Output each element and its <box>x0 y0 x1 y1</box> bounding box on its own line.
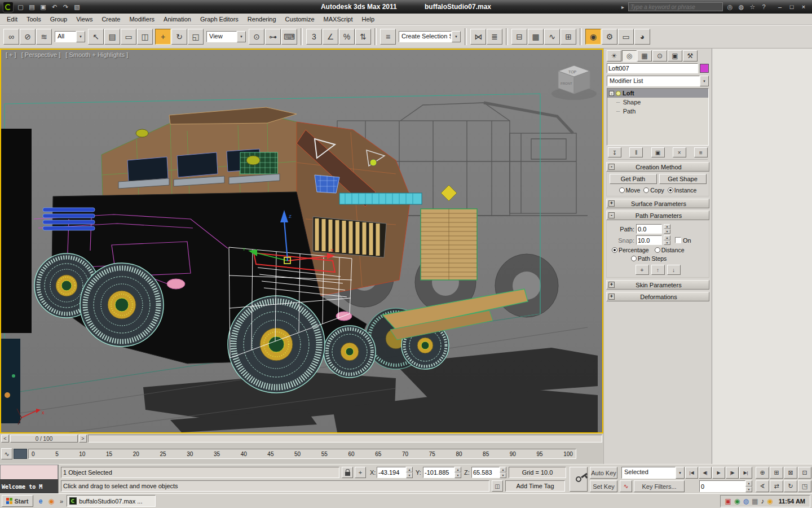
menu-item[interactable]: Group <box>46 15 72 24</box>
tab-motion[interactable]: ⊙ <box>652 50 667 62</box>
scene-wall-object[interactable] <box>1 129 32 333</box>
window-crossing-button[interactable]: ◫ <box>137 29 153 45</box>
next-frame-button[interactable]: |▶ <box>726 467 739 479</box>
menu-item[interactable]: Tools <box>22 15 46 24</box>
tray-icon-orange[interactable]: ◉ <box>767 497 773 505</box>
close-button[interactable]: × <box>798 2 809 12</box>
save-file-icon[interactable]: ▣ <box>38 2 48 12</box>
macro-recorder-pane[interactable] <box>0 465 58 479</box>
selection-lock-toggle[interactable] <box>342 467 353 478</box>
zoom-extents-all-button[interactable]: ⊡ <box>798 467 811 479</box>
play-button[interactable]: ▶ <box>712 467 725 479</box>
previous-frame-button[interactable]: ◀| <box>699 467 712 479</box>
select-object-button[interactable]: ↖ <box>88 29 104 45</box>
x-spinner[interactable] <box>406 467 413 478</box>
menu-item[interactable]: Customize <box>281 15 319 24</box>
percent-snap-button[interactable]: % <box>339 29 355 45</box>
tab-utilities[interactable]: ⚒ <box>683 50 698 62</box>
infocenter-search-icon[interactable]: ◎ <box>725 2 735 12</box>
previous-shape-button[interactable]: ↑ <box>651 265 665 275</box>
rendered-frame-window-button[interactable]: ▭ <box>618 29 634 45</box>
project-folder-icon[interactable]: ▧ <box>72 2 82 12</box>
creation-method-radio[interactable]: Copy <box>643 187 664 194</box>
select-and-scale-button[interactable]: ◱ <box>188 29 204 45</box>
collapse-icon[interactable]: - <box>609 91 614 96</box>
menu-item[interactable]: Graph Editors <box>196 15 243 24</box>
scene-corner-object[interactable] <box>1 339 20 423</box>
select-and-move-button[interactable]: + <box>155 29 171 45</box>
object-color-swatch[interactable] <box>700 64 709 73</box>
menu-item[interactable]: Views <box>72 15 97 24</box>
undo-icon[interactable]: ↶ <box>49 2 60 12</box>
tray-icon-gray[interactable]: ▦ <box>752 497 758 505</box>
dropdown-arrow-icon[interactable] <box>76 31 85 42</box>
maxscript-mini-listener[interactable]: Welcome to M <box>0 465 59 494</box>
make-unique-button[interactable]: ▣ <box>651 147 665 157</box>
snap-on-checkbox[interactable] <box>675 237 681 243</box>
maximize-button[interactable]: □ <box>786 2 797 12</box>
stack-sub-item[interactable]: Path <box>607 107 708 116</box>
auto-key-button[interactable]: Auto Key <box>590 467 617 479</box>
edit-named-selection-sets-button[interactable]: ≡ <box>380 29 396 45</box>
tab-create[interactable]: ☀ <box>607 50 621 62</box>
unlink-selection-button[interactable]: ⊘ <box>20 29 36 45</box>
y-spinner[interactable] <box>454 467 461 478</box>
dropdown-arrow-icon[interactable] <box>700 76 709 86</box>
current-frame-input[interactable] <box>701 483 744 490</box>
search-input[interactable] <box>630 4 721 10</box>
select-and-manipulate-button[interactable]: ⊶ <box>265 29 281 45</box>
absolute-mode-toggle[interactable]: + <box>355 467 366 478</box>
pick-shape-button[interactable]: + <box>636 265 649 275</box>
snap-toggle-3d-button[interactable]: 3 <box>306 29 322 45</box>
path-spinner[interactable] <box>664 224 670 234</box>
tab-hierarchy[interactable]: ▦ <box>637 50 652 62</box>
quick-launch-browser-icon[interactable]: e <box>36 496 46 506</box>
maximize-viewport-button[interactable]: ◳ <box>798 480 811 492</box>
pan-button[interactable]: ⇄ <box>770 480 783 492</box>
time-tag-icon-button[interactable]: ◫ <box>492 480 503 492</box>
wheel[interactable] <box>80 263 164 347</box>
rollout-header-path-parameters[interactable]: - Path Parameters <box>606 211 709 220</box>
start-button[interactable]: Start <box>2 495 33 507</box>
viewport-canvas[interactable]: X Y Z TOP FRONT x <box>1 50 602 432</box>
open-file-icon[interactable]: ▤ <box>27 2 37 12</box>
path-steps-radio[interactable]: Path Steps <box>631 255 667 262</box>
dropdown-arrow-icon[interactable] <box>452 31 461 42</box>
go-to-end-button[interactable]: ▶| <box>739 467 752 479</box>
schematic-view-button[interactable]: ⊞ <box>561 29 576 45</box>
menu-item[interactable]: Rendering <box>243 15 281 24</box>
material-editor-button[interactable]: ◉ <box>585 29 601 45</box>
rollout-header-deformations[interactable]: + Deformations <box>606 292 709 301</box>
snap-value-input[interactable] <box>637 237 661 244</box>
y-coordinate-input[interactable] <box>425 469 453 476</box>
select-and-rotate-button[interactable]: ↻ <box>171 29 187 45</box>
listener-pane[interactable]: Welcome to M <box>0 479 58 494</box>
minimize-button[interactable]: – <box>774 2 785 12</box>
stack-item-loft[interactable]: - Loft <box>607 89 708 98</box>
taskbar-task-button[interactable]: buffaloStudio07.max ... <box>67 495 156 507</box>
set-keys-button[interactable] <box>570 467 588 492</box>
select-by-name-button[interactable]: ▤ <box>104 29 120 45</box>
curve-editor-button[interactable]: ∿ <box>544 29 560 45</box>
modifier-on-off-bulb-icon[interactable] <box>616 91 621 96</box>
rectangular-selection-region-button[interactable]: ▭ <box>121 29 136 45</box>
stack-sub-item[interactable]: Shape <box>607 98 708 107</box>
path-value-input[interactable] <box>637 226 661 233</box>
tray-icon-blue[interactable]: ◍ <box>743 497 748 505</box>
current-frame-field[interactable] <box>699 480 745 492</box>
bind-to-space-warp-button[interactable]: ≋ <box>36 29 52 45</box>
creation-method-radio[interactable]: Move <box>619 187 641 194</box>
zoom-all-button[interactable]: ⊞ <box>770 467 783 479</box>
tab-display[interactable]: ▣ <box>668 50 682 62</box>
rollout-header-surface-parameters[interactable]: + Surface Parameters <box>606 199 709 208</box>
field-of-view-button[interactable]: ∢ <box>756 480 769 492</box>
quick-launch-media-icon[interactable]: ◉ <box>46 496 56 506</box>
modifier-stack-list[interactable]: - Loft ShapePath <box>607 88 709 146</box>
quick-launch-overflow[interactable]: » <box>59 498 64 505</box>
rollout-header-creation-method[interactable]: - Creation Method <box>606 162 709 172</box>
angle-snap-button[interactable]: ∠ <box>323 29 338 45</box>
favorites-icon[interactable]: ☆ <box>747 2 758 12</box>
show-end-result-button[interactable]: ‖ <box>629 147 643 157</box>
new-key-tangent-button[interactable]: ∿ <box>620 480 632 492</box>
wheel[interactable] <box>324 326 376 378</box>
